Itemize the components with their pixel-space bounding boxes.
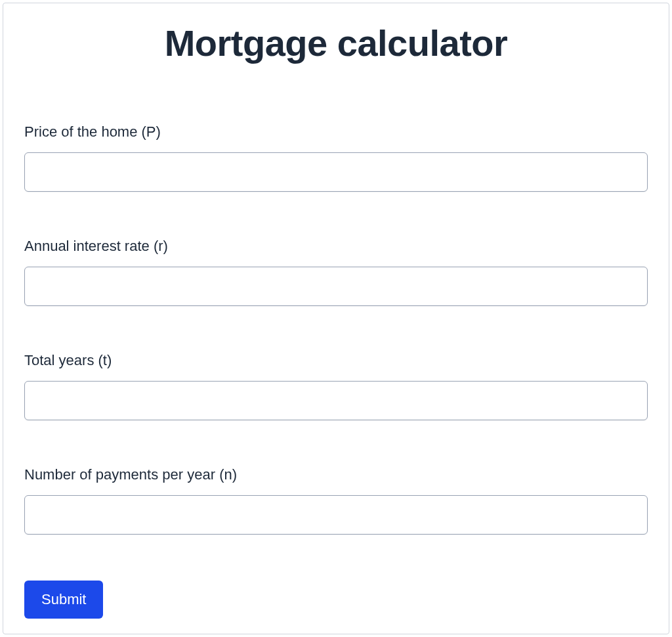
years-field-group: Total years (t) bbox=[24, 352, 648, 420]
rate-field-group: Annual interest rate (r) bbox=[24, 238, 648, 306]
rate-input[interactable] bbox=[24, 267, 648, 306]
page-title: Mortgage calculator bbox=[24, 22, 648, 64]
years-input[interactable] bbox=[24, 381, 648, 420]
calculator-container: Mortgage calculator Price of the home (P… bbox=[3, 3, 669, 634]
years-label: Total years (t) bbox=[24, 352, 648, 369]
payments-field-group: Number of payments per year (n) bbox=[24, 466, 648, 535]
payments-input[interactable] bbox=[24, 495, 648, 535]
rate-label: Annual interest rate (r) bbox=[24, 238, 648, 255]
price-label: Price of the home (P) bbox=[24, 123, 648, 141]
price-input[interactable] bbox=[24, 152, 648, 192]
price-field-group: Price of the home (P) bbox=[24, 123, 648, 192]
mortgage-form: Price of the home (P) Annual interest ra… bbox=[24, 123, 648, 619]
submit-button[interactable]: Submit bbox=[24, 581, 103, 619]
payments-label: Number of payments per year (n) bbox=[24, 466, 648, 483]
